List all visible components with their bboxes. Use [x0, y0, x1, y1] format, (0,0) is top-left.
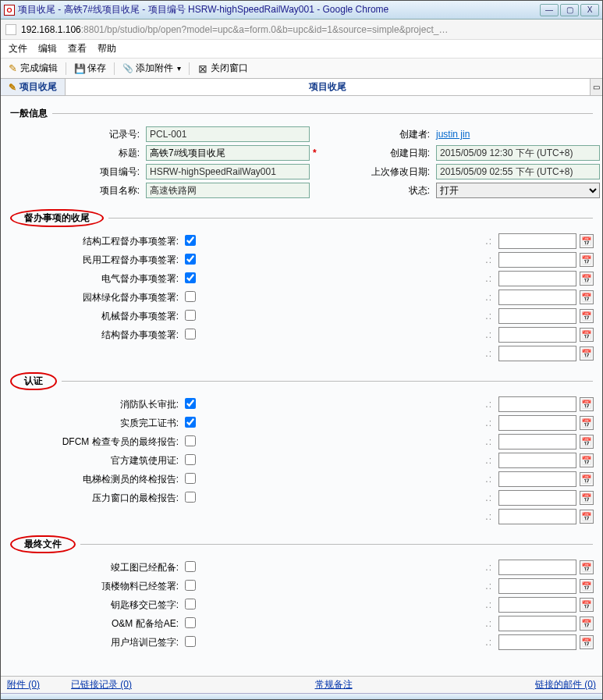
url-host: 192.168.1.106 — [21, 24, 81, 35]
date-input[interactable] — [498, 290, 576, 305]
footer-linked-mail[interactable]: 链接的邮件 (0) — [535, 678, 596, 691]
calendar-icon[interactable] — [580, 253, 594, 267]
check-cert-rows-0[interactable] — [185, 398, 196, 409]
section-finaldoc-title: 最终文件 — [10, 535, 76, 553]
check-label: 机械督办事项签署: — [10, 310, 182, 323]
check-backlog-rows-1[interactable] — [185, 254, 196, 265]
calendar-icon[interactable] — [580, 346, 594, 361]
date-input[interactable] — [498, 271, 576, 286]
calendar-icon[interactable] — [580, 416, 594, 430]
toolbar-separator — [189, 62, 190, 75]
calendar-icon[interactable] — [580, 616, 594, 631]
check-backlog-rows-4[interactable] — [185, 310, 196, 321]
date-input[interactable] — [498, 616, 576, 631]
resize-grip[interactable] — [1, 693, 602, 699]
footer-linked-records[interactable]: 已链接记录 (0) — [71, 678, 132, 691]
close-window-button[interactable]: X — [580, 4, 599, 16]
menu-edit[interactable]: 编辑 — [38, 42, 57, 55]
project-name-field[interactable] — [146, 183, 310, 198]
date-input[interactable] — [498, 346, 576, 361]
check-label: 钥匙移交已签字: — [10, 599, 182, 612]
check-backlog-rows-2[interactable] — [185, 272, 196, 283]
dots: .: — [207, 455, 495, 466]
app-icon: O — [4, 5, 15, 16]
calendar-icon[interactable] — [580, 234, 594, 248]
address-bar[interactable]: 192.168.1.106:8801/bp/studio/bp/open?mod… — [1, 20, 602, 40]
section-cert-title: 认证 — [10, 372, 57, 390]
date-input[interactable] — [498, 560, 576, 575]
dots: .: — [207, 418, 495, 428]
footer-remarks[interactable]: 常规备注 — [163, 678, 504, 691]
finish-edit-button[interactable]: 完成编辑 — [7, 62, 58, 75]
date-input[interactable] — [498, 509, 576, 524]
save-icon — [74, 63, 85, 74]
date-input[interactable] — [498, 308, 576, 324]
creator-link[interactable]: justin jin — [436, 129, 600, 140]
check-finaldoc-rows-4[interactable] — [185, 636, 196, 647]
date-input[interactable] — [498, 396, 576, 412]
calendar-icon[interactable] — [580, 397, 594, 411]
check-cert-rows-4[interactable] — [185, 473, 196, 484]
date-input[interactable] — [498, 252, 576, 268]
calendar-icon[interactable] — [580, 290, 594, 304]
menu-help[interactable]: 帮助 — [98, 42, 116, 55]
menubar: 文件 编辑 查看 帮助 — [1, 40, 602, 59]
check-cert-rows-3[interactable] — [185, 454, 196, 465]
date-input[interactable] — [498, 415, 576, 431]
status-select[interactable]: 打开 — [436, 183, 600, 198]
tab-project-closeout[interactable]: 项目收尾 — [1, 79, 66, 95]
date-input[interactable] — [498, 327, 576, 343]
calendar-icon[interactable] — [580, 579, 594, 593]
date-input[interactable] — [498, 597, 576, 613]
calendar-icon[interactable] — [580, 309, 594, 323]
check-finaldoc-rows-3[interactable] — [185, 617, 196, 628]
menu-view[interactable]: 查看 — [68, 42, 87, 55]
dots: .: — [207, 492, 495, 503]
calendar-icon[interactable] — [580, 435, 594, 449]
date-input[interactable] — [498, 490, 576, 506]
calendar-icon[interactable] — [580, 453, 594, 467]
record-no-field[interactable] — [146, 126, 310, 142]
check-backlog-rows-0[interactable] — [185, 235, 196, 246]
check-finaldoc-rows-0[interactable] — [185, 561, 196, 572]
collapse-button[interactable]: ▭ — [590, 79, 602, 95]
title-field[interactable] — [146, 145, 310, 161]
modified-field[interactable] — [436, 164, 600, 179]
calendar-icon[interactable] — [580, 472, 594, 486]
page-title: 项目收尾 — [66, 79, 590, 95]
check-cert-rows-1[interactable] — [185, 417, 196, 428]
date-input[interactable] — [498, 634, 576, 650]
calendar-icon[interactable] — [580, 328, 594, 342]
calendar-icon[interactable] — [580, 510, 594, 524]
finish-edit-label: 完成编辑 — [20, 62, 58, 75]
save-button[interactable]: 保存 — [74, 62, 106, 75]
check-finaldoc-rows-1[interactable] — [185, 580, 196, 591]
calendar-icon[interactable] — [580, 598, 594, 612]
project-no-field[interactable] — [146, 164, 310, 179]
calendar-icon[interactable] — [580, 635, 594, 649]
calendar-icon[interactable] — [580, 560, 594, 574]
dots: .: — [207, 254, 495, 265]
date-input[interactable] — [498, 578, 576, 594]
tab-label: 项目收尾 — [20, 80, 57, 94]
minimize-button[interactable]: — — [540, 4, 559, 16]
check-cert-rows-5[interactable] — [185, 492, 196, 503]
check-backlog-rows-5[interactable] — [185, 329, 196, 339]
calendar-icon[interactable] — [580, 491, 594, 505]
date-input[interactable] — [498, 471, 576, 487]
check-cert-rows-2[interactable] — [185, 435, 196, 446]
check-finaldoc-rows-2[interactable] — [185, 599, 196, 609]
calendar-icon[interactable] — [580, 272, 594, 286]
date-input[interactable] — [498, 453, 576, 468]
footer-attachments[interactable]: 附件 (0) — [7, 678, 40, 691]
check-backlog-rows-3[interactable] — [185, 291, 196, 302]
maximize-button[interactable]: ▢ — [560, 4, 579, 16]
created-field[interactable] — [436, 145, 600, 161]
date-input[interactable] — [498, 434, 576, 449]
check-label: 电梯检测员的终检报告: — [10, 473, 182, 486]
menu-file[interactable]: 文件 — [9, 42, 27, 55]
toolbar-separator — [66, 62, 66, 75]
add-attachment-button[interactable]: 添加附件 — [122, 62, 181, 75]
date-input[interactable] — [498, 233, 576, 249]
close-button[interactable]: 关闭窗口 — [197, 62, 248, 75]
